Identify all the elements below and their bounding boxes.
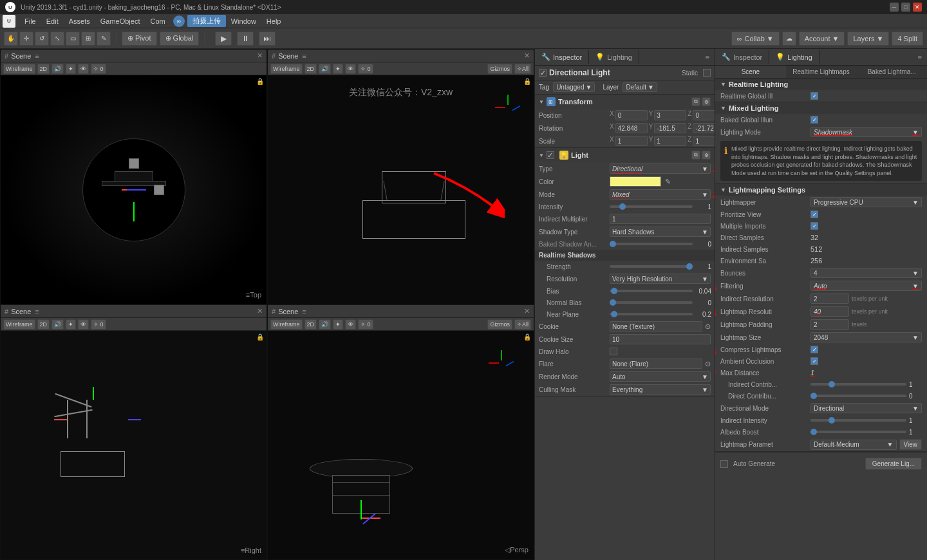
scene-wireframe-bl[interactable]: Wireframe — [3, 319, 35, 330]
bias-slider[interactable] — [610, 290, 693, 292]
cookie-dropdown[interactable]: None (Texture) — [610, 321, 702, 331]
step-button[interactable]: ⏭ — [259, 32, 276, 46]
shadow-type-dropdown[interactable]: Hard Shadows ▼ — [610, 227, 711, 237]
transform-header[interactable]: ▼ ⊞ Transform ⧉ ⚙ — [535, 95, 715, 109]
pos-z-input[interactable] — [693, 110, 715, 120]
obj-active-checkbox[interactable]: ✓ — [539, 69, 547, 77]
subtab-baked[interactable]: Baked Lightma... — [856, 66, 927, 78]
lighting-menu[interactable]: ≡ — [913, 51, 927, 64]
static-checkbox[interactable] — [703, 69, 711, 77]
menu-help[interactable]: Help — [261, 16, 286, 26]
scale-z-input[interactable] — [693, 136, 715, 146]
scene-hide-tl[interactable]: 👁 — [78, 64, 89, 74]
realtime-shadows-header[interactable]: Realtime Shadows — [535, 250, 715, 261]
tab-inspector-lighting[interactable]: 🔧 Inspector — [715, 50, 769, 64]
inspector-menu[interactable]: ≡ — [700, 51, 715, 64]
cookie-pick-btn[interactable]: ⊙ — [705, 322, 711, 331]
tag-dropdown[interactable]: Untagged ▼ — [553, 82, 595, 92]
ambient-checkbox[interactable]: ✓ — [810, 357, 818, 365]
indirect-input[interactable] — [610, 214, 711, 224]
baked-global-checkbox[interactable]: ✓ — [810, 116, 818, 124]
tab-lighting-main[interactable]: 💡 Lighting — [769, 50, 819, 64]
tab-lighting-inspector[interactable]: 💡 Lighting — [589, 50, 639, 64]
rot-y-input[interactable] — [654, 123, 686, 133]
intensity-slider[interactable] — [610, 205, 693, 208]
cookie-size-input[interactable] — [610, 334, 711, 344]
split-button[interactable]: 4 Split — [892, 32, 923, 46]
prioritize-checkbox[interactable]: ✓ — [810, 210, 818, 218]
multiple-checkbox[interactable]: ✓ — [810, 222, 818, 230]
light-header[interactable]: ▼ ✓ 💡 Light ⧉ ⚙ — [535, 148, 715, 162]
indirect-contrib-slider[interactable] — [810, 383, 906, 386]
menu-gameobject[interactable]: GameObject — [95, 16, 145, 26]
baked-shadow-slider[interactable] — [610, 243, 693, 245]
menu-window[interactable]: Window — [226, 16, 261, 26]
mode-dropdown[interactable]: Mixed ▼ 2. — [610, 189, 711, 200]
scene-2d-br[interactable]: 2D — [304, 319, 317, 330]
scene-gizmos-tr[interactable]: Gizmos — [487, 64, 512, 74]
transform-settings-btn[interactable]: ⚙ — [702, 97, 711, 106]
rot-z-input[interactable] — [693, 123, 715, 133]
scene-close-tl[interactable]: ✕ — [257, 51, 263, 60]
tab-inspector[interactable]: 🔧 Inspector — [535, 50, 589, 64]
scale-tool[interactable]: ⤡ — [50, 32, 64, 46]
realtime-global-checkbox[interactable]: ✓ — [810, 92, 818, 100]
light-active-checkbox[interactable]: ✓ — [547, 151, 554, 159]
menu-assets[interactable]: Assets — [64, 16, 95, 26]
subtab-scene[interactable]: Scene — [715, 66, 786, 78]
close-button[interactable]: ✕ — [913, 3, 922, 12]
transform-tool[interactable]: ⊞ — [81, 32, 95, 46]
scene-close-bl[interactable]: ✕ — [257, 307, 263, 315]
menu-edit[interactable]: Edit — [41, 16, 64, 26]
compress-checkbox[interactable]: ✓ — [810, 346, 818, 353]
generate-btn[interactable]: Generate Lig... — [865, 458, 922, 470]
scene-br-view[interactable]: 🔒 — [268, 331, 534, 559]
scene-tr-view[interactable]: 🔒 关注微信公众号：V2_zxw — [268, 75, 534, 304]
bounces-dropdown[interactable]: 4 ▼ — [810, 268, 922, 278]
scene-wireframe-br[interactable]: Wireframe — [270, 319, 303, 330]
cloud-button[interactable]: ☁ — [782, 32, 796, 46]
pause-button[interactable]: ⏸ — [237, 32, 254, 46]
layer-dropdown[interactable]: Default ▼ — [623, 82, 657, 92]
indirect-res-input[interactable] — [810, 294, 849, 304]
auto-gen-checkbox[interactable] — [720, 460, 728, 468]
scene-fx-br[interactable]: ✦ — [333, 319, 343, 330]
scale-y-input[interactable] — [654, 136, 686, 146]
menu-component[interactable]: Com — [145, 16, 170, 26]
scene-gizmos-br[interactable]: Gizmos — [487, 319, 512, 330]
near-plane-slider[interactable] — [610, 313, 693, 315]
scene-all-tr[interactable]: ✧All — [514, 64, 531, 74]
scene-hide-bl[interactable]: 👁 — [78, 319, 89, 330]
global-button[interactable]: ⊕ Global — [160, 32, 200, 46]
move-tool[interactable]: ✛ — [19, 32, 33, 46]
resolution-dropdown[interactable]: Very High Resolution ▼ — [610, 274, 711, 284]
strength-slider[interactable] — [610, 265, 693, 268]
scene-all-br[interactable]: ✧All — [514, 319, 531, 330]
lightmap-size-dropdown[interactable]: 2048 ▼ — [810, 332, 922, 342]
filtering-dropdown[interactable]: Auto ▼ — [810, 281, 922, 291]
minimize-button[interactable]: ─ — [890, 3, 899, 12]
scene-audio-bl[interactable]: 🔊 — [52, 319, 64, 330]
flare-dropdown[interactable]: None (Flare) — [610, 359, 702, 369]
realtime-section-header[interactable]: ▼ Realtime Lighting — [715, 79, 927, 90]
scene-audio-br[interactable]: 🔊 — [319, 319, 331, 330]
scene-wireframe-tr[interactable]: Wireframe — [270, 64, 303, 74]
scene-2d-tl[interactable]: 2D — [37, 64, 50, 74]
rotate-tool[interactable]: ↺ — [35, 32, 49, 46]
lighting-mode-dropdown[interactable]: Shadowmask ▼ — [810, 127, 922, 137]
culling-dropdown[interactable]: Everything ▼ — [610, 384, 711, 395]
menu-file[interactable]: File — [19, 16, 41, 26]
direct-contrib-slider[interactable] — [810, 395, 906, 397]
scene-2d-bl[interactable]: 2D — [37, 319, 50, 330]
scene-2d-tr[interactable]: 2D — [304, 64, 317, 74]
albedo-slider[interactable] — [810, 431, 906, 433]
collab-button[interactable]: ∞ Collab ▼ — [731, 32, 780, 46]
pos-x-input[interactable] — [615, 110, 648, 120]
scene-audio-tr[interactable]: 🔊 — [319, 64, 331, 74]
pos-y-input[interactable] — [654, 110, 686, 120]
transform-copy-btn[interactable]: ⧉ — [691, 97, 700, 106]
render-mode-dropdown[interactable]: Auto ▼ — [610, 371, 711, 382]
scene-hide-br[interactable]: 👁 — [345, 319, 356, 330]
lightmap-param-dropdown[interactable]: Default-Medium ▼ — [810, 440, 897, 450]
mixed-section-header[interactable]: ▼ Mixed Lighting — [715, 102, 927, 114]
